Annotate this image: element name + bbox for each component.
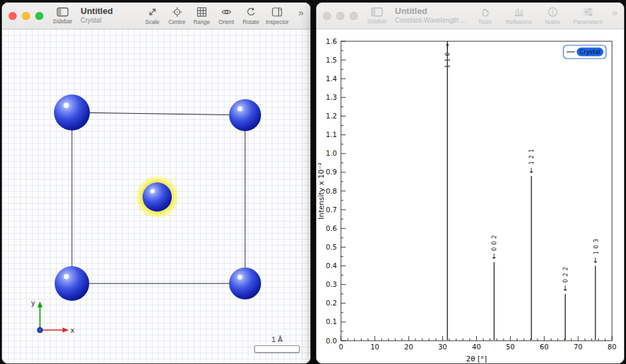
peak-arrow-icon: ↓ [491,252,497,261]
centre-label: Centre [168,19,186,25]
reflexions-button[interactable]: Reflexions [505,7,532,25]
scale-button[interactable]: Scale [143,7,162,25]
scale-icon [147,7,158,17]
peak-arrow-icon: ↓ [562,284,568,293]
peak-hkl-label: 1 2 1 [528,148,535,164]
notes-button[interactable]: Notes [543,7,563,25]
y-tick-label: 1.6 [326,37,337,45]
atom-shine [238,106,242,111]
window-title-block: Untitled Crystal [81,7,113,24]
y-tick-label: 1.2 [326,112,337,120]
y-tick-label: 0.9 [326,168,337,176]
y-axis-title: Intensity x 10⁻² [317,162,326,220]
close-button[interactable] [323,12,331,20]
peak-hkl-label: 0 2 2 [562,267,569,283]
info-icon [547,7,558,17]
diffraction-chart-area[interactable]: 010203040506070800.00.10.20.30.40.50.60.… [316,29,624,363]
y-tick-label: 0.5 [326,243,337,251]
x-tick-label: 60 [540,343,549,351]
sidebar-label: Sidebar [367,18,386,25]
close-button[interactable] [9,12,17,20]
y-axis-label: y [31,299,35,307]
legend-label: Crystal [579,49,601,55]
sidebar-icon [371,7,383,17]
unit-cell-edge [72,112,245,115]
crystal-toolbar: Scale Centre Range [143,7,289,25]
scale-label: Scale [145,19,159,25]
x-tick-label: 0 [339,343,344,351]
atom[interactable] [55,266,89,301]
x-tick-label: 10 [370,343,379,351]
atom[interactable] [143,182,172,212]
orient-button[interactable]: Orient [216,7,236,25]
centre-button[interactable]: Centre [167,7,187,25]
y-tick-label: 0.7 [326,206,337,214]
peak-clipped-arrow-icon: ↑ [444,43,450,51]
range-button[interactable]: Range [192,7,212,25]
x-tick-label: 20 [404,343,413,351]
atom-shine [238,275,242,279]
window-subtitle: Constant-Wavelength X-Ra… [395,17,468,25]
x-tick-label: 50 [506,343,515,351]
scale-bar-rect [254,345,300,353]
tools-label: Tools [478,19,491,25]
reflexions-peaks-icon [513,7,524,17]
parameters-label: Parameters [573,19,603,25]
peak-arrow-icon: ↓ [528,166,534,175]
sliders-icon [583,7,593,17]
y-tick-label: 1.1 [326,130,337,138]
orient-eye-icon [221,7,232,17]
y-tick-label: 0.1 [326,317,337,325]
inspector-button[interactable]: Inspector [266,7,289,25]
range-label: Range [193,19,210,25]
atom-shine [151,189,155,194]
y-tick-label: 1.3 [326,93,337,101]
notes-label: Notes [545,19,560,25]
crystal-canvas[interactable]: y x 1 Å [2,29,310,363]
y-tick-label: 0.4 [326,262,337,270]
atom-shine [63,102,69,108]
sidebar-icon [57,7,69,17]
range-icon [196,7,207,17]
sidebar-toggle-button[interactable]: Sidebar [53,7,73,25]
toolbar-overflow-button[interactable]: » [612,7,617,18]
plot-frame [341,41,612,341]
origin-dot [37,327,43,333]
y-tick-label: 1.4 [326,75,337,83]
x-tick-label: 40 [472,343,481,351]
tools-button[interactable]: Tools [475,7,495,25]
toolbar-overflow-button[interactable]: » [298,7,304,18]
diffraction-toolbar: Tools Reflexions Notes [475,7,603,25]
x-tick-label: 80 [607,343,616,351]
atom[interactable] [229,268,261,299]
traffic-lights [323,12,358,20]
orient-label: Orient [218,19,234,25]
diffraction-window: Sidebar Untitled Constant-Wavelength X-R… [316,2,625,364]
rotate-label: Rotate [242,19,259,25]
diffraction-chart[interactable]: 010203040506070800.00.10.20.30.40.50.60.… [316,29,624,364]
zoom-button[interactable] [35,12,43,20]
zoom-button[interactable] [350,12,358,20]
parameters-button[interactable]: Parameters [573,7,603,25]
x-tick-label: 70 [573,343,582,351]
peak-hkl-label: 1 1 0 [444,52,451,68]
atom[interactable] [229,99,261,131]
reflexions-label: Reflexions [505,19,532,25]
inspector-label: Inspector [266,19,289,25]
sidebar-toggle-button[interactable]: Sidebar [367,7,387,25]
x-axis-arrowhead [63,327,69,333]
peak-arrow-icon: ↓ [592,256,598,265]
rotate-button[interactable]: Rotate [241,7,261,25]
hand-tool-icon [479,7,490,17]
minimize-button[interactable] [336,12,344,20]
scale-bar-label: 1 Å [254,335,300,343]
centre-icon [172,7,182,17]
y-tick-label: 0.2 [326,299,337,307]
atom[interactable] [54,94,90,130]
minimize-button[interactable] [22,12,30,20]
peak-hkl-label: 1 0 3 [593,238,599,254]
y-tick-label: 1.0 [326,149,337,157]
y-tick-label: 0.8 [326,187,337,195]
window-title: Untitled [81,7,113,17]
y-tick-label: 0.0 [326,337,337,345]
